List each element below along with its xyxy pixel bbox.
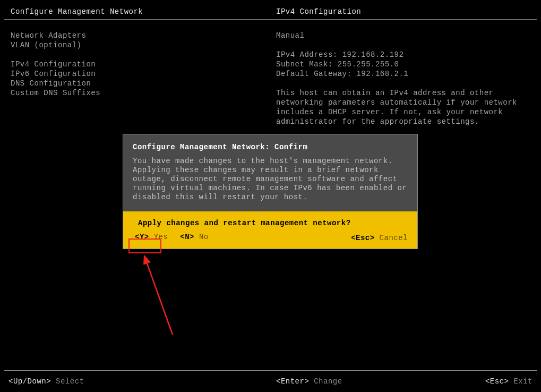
confirm-dialog: Configure Management Network: Confirm Yo… [123,134,418,249]
cancel-label: Cancel [380,234,408,242]
mask-label: Subnet Mask: [276,60,333,69]
ipv4-label: IPv4 Address: [276,50,338,59]
gw-value: 192.168.2.1 [356,70,408,78]
console-screen: Configure Management Network IPv4 Config… [0,0,541,392]
footer-divider [4,370,537,371]
footer-right-label: Exit [513,377,533,386]
yes-key: <Y> [135,233,149,241]
footer-left-label: Select [56,377,84,386]
gw-label: Default Gateway: [276,70,351,78]
menu-spacer [11,50,100,59]
menu-item-ipv6[interactable]: IPv6 Configuration [11,69,100,79]
menu-item-vlan[interactable]: VLAN (optional) [11,40,100,50]
footer-right-key: <Esc> [485,377,509,386]
annotation-arrow-icon [122,250,181,340]
menu-item-ipv4[interactable]: IPv4 Configuration [11,59,100,69]
footer-center-key: <Enter> [276,377,309,386]
details-mode: Manual [276,31,531,40]
menu-panel: Network Adapters VLAN (optional) IPv4 Co… [11,31,100,98]
details-description: This host can obtain an IPv4 address and… [276,88,531,126]
cancel-key: <Esc> [351,234,375,242]
dialog-prompt-text: Apply changes and restart management net… [138,219,402,227]
details-panel: Manual IPv4 Address: 192.168.2.192 Subne… [276,31,531,126]
svg-line-1 [144,256,173,335]
yes-label: Yes [154,233,168,241]
menu-item-dns[interactable]: DNS Configuration [11,79,100,88]
footer-center-label: Change [314,377,342,386]
dialog-buttons: <Y> Yes <N> No <Esc> Cancel [133,232,408,242]
footer-hint-exit: <Esc> Exit [485,377,533,386]
footer-left-key: <Up/Down> [8,377,51,386]
header-title-right: IPv4 Configuration [276,7,361,16]
no-label: No [199,233,209,241]
no-button[interactable]: <N> No [180,233,208,241]
footer-hint-change: <Enter> Change [276,377,342,386]
header-title-left: Configure Management Network [11,7,143,16]
menu-item-custom-dns[interactable]: Custom DNS Suffixes [11,88,100,98]
cancel-button[interactable]: <Esc> Cancel [351,234,408,242]
details-mask-row: Subnet Mask: 255.255.255.0 [276,59,531,69]
header-divider [4,19,537,20]
dialog-body: You have made changes to the host's mana… [123,157,417,211]
footer-hint-select: <Up/Down> Select [8,377,84,386]
ipv4-value: 192.168.2.192 [342,50,404,59]
details-ipv4-row: IPv4 Address: 192.168.2.192 [276,50,531,59]
dialog-title: Configure Management Network: Confirm [123,134,417,157]
yes-button[interactable]: <Y> Yes [133,232,170,242]
menu-item-network-adapters[interactable]: Network Adapters [11,31,100,40]
dialog-prompt-area: Apply changes and restart management net… [123,211,417,249]
details-gw-row: Default Gateway: 192.168.2.1 [276,69,531,79]
mask-value: 255.255.255.0 [338,60,399,69]
no-key: <N> [180,233,194,241]
